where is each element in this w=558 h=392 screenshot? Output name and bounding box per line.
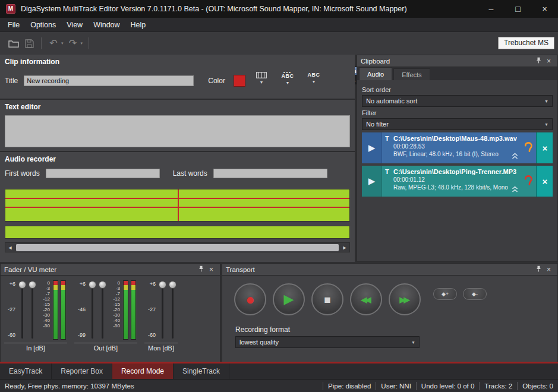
scrollbar-track[interactable] [16,244,339,251]
font-selector-button[interactable]: Trebuchet MS [498,37,554,49]
record-button[interactable]: ● [234,283,266,315]
fader-knob[interactable] [159,281,166,289]
fader-slider[interactable] [168,280,178,341]
color-label: Color [208,77,225,85]
remove-clip-button[interactable]: × [536,132,553,163]
fader-slider[interactable] [157,280,168,341]
redo-dropdown-icon[interactable]: ▾ [81,41,83,46]
stop-button[interactable]: ■ [311,283,343,315]
stop-icon: ■ [324,294,330,305]
pin-icon[interactable] [196,264,206,276]
marker-add-button[interactable]: ◆+ [433,288,457,300]
tab-effects[interactable]: Effects [393,68,430,80]
abc-dots-dropdown-button[interactable]: ••• ABC ▼ [278,67,298,89]
transport-panel: Transport × ● ▶ ■ ◀◀ ▶▶ ◆+ ◆- Recording … [222,263,558,362]
last-words-input[interactable] [213,169,327,178]
close-panel-icon[interactable]: × [544,264,554,276]
play-button[interactable]: ▶ [362,166,382,197]
fader-knob[interactable] [18,281,26,289]
marker-add-icon: ◆+ [442,291,449,297]
menu-options[interactable]: Options [25,18,61,32]
clip-info-text: T C:\Users\nin\Desktop\Maus-48.mp3.wav 0… [382,132,521,163]
clipboard-panel-header: Clipboard × [357,55,557,67]
scrollbar-thumb[interactable] [16,244,339,251]
scroll-left-icon[interactable]: ◄ [5,245,15,251]
clip-information-section: Clip information Title Color ▼ ••• ABC ▼… [0,55,355,100]
minimize-button[interactable]: – [478,0,505,18]
rewind-button[interactable]: ◀◀ [350,283,382,315]
meter-scale: 0 -3 -7 -12 -15 -20 -30 -40 -50 [108,280,122,341]
collapse-chevrons-icon[interactable] [512,185,518,195]
filter-value: No filter [366,121,389,128]
scroll-right-icon[interactable]: ► [340,245,349,251]
fader-scale: +6 -46 -99 [74,280,87,341]
text-editor-section: Text editor [0,100,355,152]
remove-clip-button[interactable]: × [536,166,553,197]
filter-select[interactable]: No filter ▼ [362,118,553,130]
collapse-chevrons-icon[interactable] [512,151,518,162]
tab-easytrack[interactable]: EasyTrack [0,363,52,379]
fader-group-out: +6 -46 -99 0 -3 -7 -12 -15 -20 -30 - [74,280,137,352]
app-icon: M [6,4,15,14]
marker-remove-button[interactable]: ◆- [463,288,487,300]
fast-forward-button[interactable]: ▶▶ [389,283,421,315]
waveform-display-secondary[interactable] [5,226,350,239]
clip-format: BWF, Linear; 48.0 kHz, 16 bit (I), Stere… [393,151,519,157]
save-button[interactable] [21,36,37,50]
chevron-down-icon: ▼ [544,122,548,127]
title-input[interactable] [24,75,194,86]
playhead-cursor[interactable] [178,189,179,221]
maximize-button[interactable]: □ [505,0,531,18]
color-swatch[interactable] [234,75,245,87]
recording-format-value: lowest quality [239,339,279,346]
close-button[interactable]: × [531,0,558,18]
keypad-dropdown-button[interactable]: ▼ [251,67,272,89]
menu-bar: File Options View Window Help [0,18,558,32]
text-editor-area[interactable] [5,115,350,147]
tab-record-mode[interactable]: Record Mode [112,363,174,379]
undo-button[interactable]: ↶ [46,36,61,50]
first-words-input[interactable] [46,169,160,178]
tab-reporter-box[interactable]: Reporter Box [52,363,112,379]
chevron-down-icon: ▼ [411,340,415,344]
close-panel-icon[interactable]: × [206,264,216,276]
keypad-icon [256,72,267,78]
panel-title: Clipboard [361,58,534,65]
pin-icon[interactable] [534,55,544,67]
prelisten-button[interactable] [521,132,536,163]
undo-dropdown-icon[interactable]: ▾ [61,41,64,46]
close-panel-icon[interactable]: × [544,55,554,67]
fader-slider[interactable] [27,280,37,341]
fader-knob[interactable] [169,281,176,289]
menu-window[interactable]: Window [88,18,125,32]
fader-slider[interactable] [87,280,97,341]
play-button[interactable]: ▶ [273,283,305,315]
prelisten-button[interactable] [521,166,536,197]
sort-order-select[interactable]: No automatic sort ▼ [362,95,553,107]
fader-knob[interactable] [89,281,96,289]
play-button[interactable]: ▶ [362,132,382,163]
waveform-display[interactable] [5,189,350,222]
editor-pane: Clip information Title Color ▼ ••• ABC ▼… [0,55,355,262]
menu-help[interactable]: Help [125,18,152,32]
fader-knob[interactable] [99,281,106,289]
toolbar-separator [41,37,42,49]
pin-icon[interactable] [534,264,544,276]
clip-type-marker: T [385,168,393,175]
fader-slider[interactable] [97,280,108,341]
tab-singletrack[interactable]: SingleTrack [174,363,229,379]
play-icon: ▶ [284,293,294,306]
redo-button[interactable]: ↷ [65,36,81,50]
clipboard-item[interactable]: ▶ T C:\Users\nin\Desktop\Maus-48.mp3.wav… [362,132,553,163]
menu-view[interactable]: View [61,18,88,32]
fader-scale: +6 -27 -60 [4,280,17,341]
save-icon [25,39,34,48]
open-folder-button[interactable] [6,36,21,50]
fader-knob[interactable] [29,281,36,289]
tab-audio[interactable]: Audio [359,67,392,80]
abc-dropdown-button[interactable]: ABC ▼ [304,67,324,89]
fader-slider[interactable] [17,280,27,341]
clipboard-item[interactable]: ▶ T C:\Users\nin\Desktop\Ping-Trenner.MP… [362,166,553,197]
recording-format-select[interactable]: lowest quality ▼ [235,336,420,348]
menu-file[interactable]: File [2,18,25,32]
